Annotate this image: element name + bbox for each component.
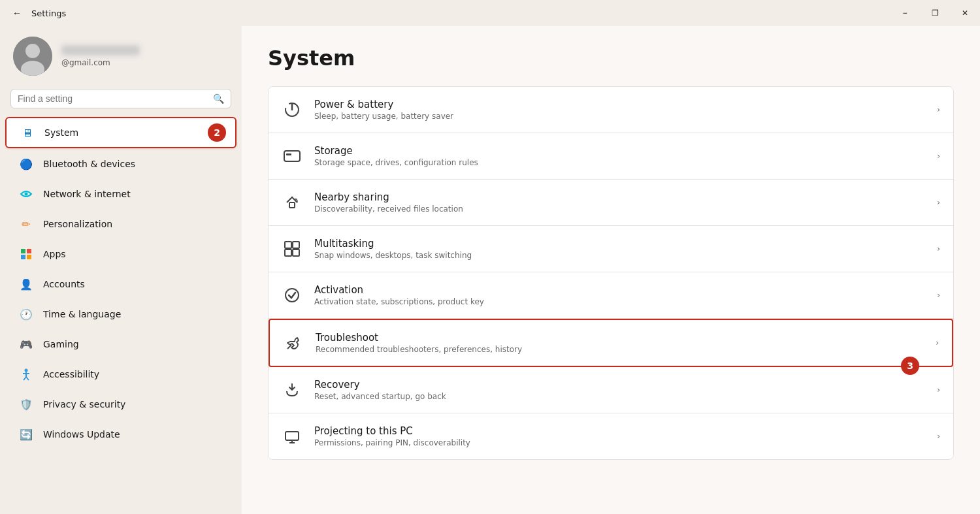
search-icon: 🔍 (213, 93, 224, 104)
privacy-icon: 🛡️ (18, 396, 34, 412)
app-body: @gmail.com 🔍 🖥 System 2 🔵 Bluetooth & de… (0, 26, 980, 514)
user-info: @gmail.com (61, 45, 140, 67)
sidebar-item-label-update: Windows Update (43, 429, 120, 440)
settings-item-desc-projecting: Permissions, pairing PIN, discoverabilit… (314, 438, 925, 447)
update-icon: 🔄 (18, 426, 34, 442)
sidebar-item-label-network: Network & internet (43, 189, 131, 199)
network-icon (18, 186, 34, 202)
user-email: @gmail.com (61, 58, 140, 67)
sidebar-item-system[interactable]: 🖥 System 2 (5, 117, 237, 148)
settings-item-activation[interactable]: Activation Activation state, subscriptio… (269, 272, 953, 319)
main-content: System 产品搭建教程 weixiaolive.com Power & ba… (242, 26, 980, 514)
sidebar-item-label-time: Time & language (43, 309, 121, 319)
troubleshoot-icon (283, 332, 304, 353)
settings-item-title-storage: Storage (314, 145, 925, 157)
settings-item-nearby[interactable]: Nearby sharing Discoverability, received… (269, 180, 953, 226)
maximize-button[interactable]: ❐ (920, 0, 950, 26)
sidebar-item-accessibility[interactable]: Accessibility (5, 360, 237, 389)
search-container: 🔍 (0, 89, 242, 116)
svg-rect-6 (21, 255, 25, 259)
user-profile[interactable]: @gmail.com (0, 26, 242, 89)
settings-item-projecting[interactable]: Projecting to this PC Permissions, pairi… (269, 413, 953, 459)
user-name-blurred (61, 45, 140, 56)
accounts-icon: 👤 (18, 276, 34, 292)
svg-point-3 (25, 193, 28, 196)
settings-item-text-troubleshoot: Troubleshoot Recommended troubleshooters… (316, 332, 924, 354)
settings-item-title-nearby: Nearby sharing (314, 191, 925, 203)
sidebar-item-label-accounts: Accounts (43, 279, 85, 289)
chevron-right-icon-6: › (936, 338, 939, 347)
sidebar-item-gaming[interactable]: 🎮 Gaming (5, 330, 237, 359)
settings-item-text-recovery: Recovery Reset, advanced startup, go bac… (314, 379, 925, 401)
back-button[interactable]: ← (8, 4, 26, 22)
sidebar-item-label-system: System (44, 127, 78, 138)
time-icon: 🕐 (18, 306, 34, 322)
personalization-icon: ✏️ (18, 216, 34, 232)
settings-item-text-multitasking: Multitasking Snap windows, desktops, tas… (314, 238, 925, 260)
settings-item-storage[interactable]: Storage Storage space, drives, configura… (269, 133, 953, 180)
settings-item-multitasking[interactable]: Multitasking Snap windows, desktops, tas… (269, 226, 953, 272)
svg-rect-19 (293, 242, 299, 248)
chevron-right-icon-3: › (937, 198, 940, 207)
activation-icon (282, 285, 302, 306)
sidebar-item-update[interactable]: 🔄 Windows Update (5, 420, 237, 449)
svg-rect-17 (289, 202, 295, 208)
svg-rect-7 (27, 255, 31, 259)
window-controls: − ❐ ✕ (890, 0, 980, 26)
settings-item-text-projecting: Projecting to this PC Permissions, pairi… (314, 425, 925, 447)
settings-item-desc-troubleshoot: Recommended troubleshooters, preferences… (316, 345, 924, 354)
gaming-icon: 🎮 (18, 336, 34, 352)
system-badge: 2 (208, 123, 226, 142)
svg-rect-18 (285, 242, 291, 248)
chevron-right-icon-7: › (937, 385, 940, 394)
settings-item-troubleshoot[interactable]: Troubleshoot Recommended troubleshooters… (269, 319, 953, 367)
sidebar-item-personalization[interactable]: ✏️ Personalization (5, 210, 237, 238)
projecting-icon (282, 426, 302, 447)
settings-item-title-activation: Activation (314, 284, 925, 296)
sidebar-item-network[interactable]: Network & internet (5, 180, 237, 208)
minimize-button[interactable]: − (890, 0, 920, 26)
sidebar-item-label-accessibility: Accessibility (43, 369, 99, 379)
power-icon (282, 99, 302, 120)
chevron-right-icon-2: › (937, 152, 940, 161)
settings-item-desc-power: Sleep, battery usage, battery saver (314, 112, 925, 121)
sidebar-item-label-apps: Apps (43, 249, 66, 259)
close-button[interactable]: ✕ (950, 0, 980, 26)
settings-item-title-recovery: Recovery (314, 379, 925, 391)
apps-icon (18, 246, 34, 262)
svg-point-1 (25, 44, 40, 58)
svg-rect-5 (27, 249, 31, 253)
settings-item-desc-recovery: Reset, advanced startup, go back (314, 392, 925, 401)
sidebar-item-label-gaming: Gaming (43, 339, 79, 349)
settings-item-title-troubleshoot: Troubleshoot (316, 332, 924, 344)
recovery-icon (282, 379, 302, 400)
sidebar-item-privacy[interactable]: 🛡️ Privacy & security (5, 390, 237, 419)
settings-item-title-power: Power & battery (314, 99, 925, 110)
sidebar-item-label-personalization: Personalization (43, 219, 112, 229)
sidebar-item-bluetooth[interactable]: 🔵 Bluetooth & devices (5, 150, 237, 178)
sidebar-item-label-bluetooth: Bluetooth & devices (43, 159, 135, 169)
settings-item-power[interactable]: Power & battery Sleep, battery usage, ba… (269, 87, 953, 133)
svg-point-22 (286, 289, 299, 302)
sidebar-item-apps[interactable]: Apps (5, 240, 237, 268)
search-box[interactable]: 🔍 (10, 89, 231, 108)
settings-list: Power & battery Sleep, battery usage, ba… (268, 86, 954, 460)
search-input[interactable] (18, 93, 208, 104)
chevron-right-icon: › (937, 105, 940, 114)
avatar (13, 37, 52, 76)
svg-rect-20 (285, 249, 291, 256)
svg-rect-21 (293, 249, 299, 256)
multitasking-icon (282, 238, 302, 259)
system-icon: 🖥 (20, 125, 35, 140)
settings-item-recovery[interactable]: Recovery Reset, advanced startup, go bac… (269, 367, 953, 413)
settings-item-desc-activation: Activation state, subscriptions, product… (314, 297, 925, 306)
chevron-right-icon-4: › (937, 244, 940, 253)
chevron-right-icon-8: › (937, 432, 940, 441)
settings-item-text-nearby: Nearby sharing Discoverability, received… (314, 191, 925, 214)
svg-rect-23 (286, 432, 299, 440)
svg-rect-16 (286, 153, 291, 155)
sidebar-item-accounts[interactable]: 👤 Accounts (5, 270, 237, 298)
troubleshoot-badge: 3 (901, 357, 919, 375)
app-title: Settings (31, 8, 66, 18)
sidebar-item-time[interactable]: 🕐 Time & language (5, 300, 237, 329)
